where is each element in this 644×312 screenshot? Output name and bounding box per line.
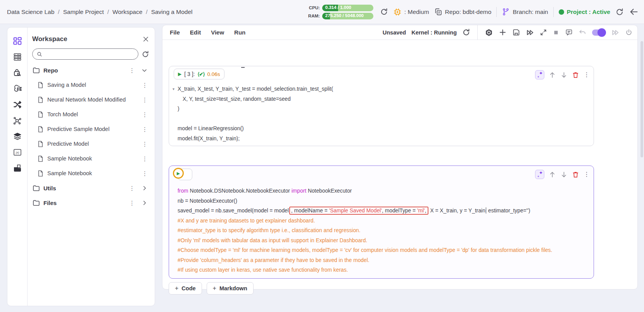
tree-file-predictive-sample-model[interactable]: Predictive Sample Model⋮ xyxy=(32,122,149,136)
delete-cell-icon[interactable] xyxy=(572,71,579,79)
power-icon[interactable] xyxy=(625,29,633,36)
ai-sparkle-icon[interactable]: ✦✦ xyxy=(535,170,544,179)
code-token: #If using custom layer in keras, use nat… xyxy=(178,267,348,273)
back-arrow-icon[interactable] xyxy=(629,7,639,17)
code-token: #estimator_type is to specify algorithm … xyxy=(178,228,361,233)
kebab-menu-icon[interactable]: ⋮ xyxy=(142,171,148,176)
move-cell-up-icon[interactable] xyxy=(549,71,556,79)
ml-brain-icon[interactable] xyxy=(12,84,23,94)
ai-sparkle-icon[interactable]: ✦✦ xyxy=(535,70,544,79)
refresh-tree-icon[interactable] xyxy=(142,50,149,58)
kebab-menu-icon[interactable]: ⋮ xyxy=(129,185,135,191)
kebab-menu-icon[interactable]: ⋮ xyxy=(142,97,148,103)
functions-icon[interactable]: (x) xyxy=(12,147,23,157)
cell1-code-editor[interactable]: ▾X_train, X_test, Y_train, Y_test = mode… xyxy=(169,80,594,143)
add-markdown-button[interactable]: + Markdown xyxy=(207,282,254,295)
menu-view[interactable]: View xyxy=(211,29,224,36)
save-icon[interactable] xyxy=(512,28,520,36)
datasets-icon[interactable] xyxy=(12,52,23,62)
tree-file-torch-model[interactable]: Torch Model⋮ xyxy=(32,107,149,122)
cell1-run-button[interactable]: ▶ [ 3 ]: ⟨✔⟩ 0.06s xyxy=(174,69,224,79)
comments-icon[interactable] xyxy=(565,28,573,36)
cell-kebab-menu-icon[interactable]: ⋮ xyxy=(584,72,590,78)
kebab-menu-icon[interactable]: ⋮ xyxy=(142,141,148,147)
close-icon[interactable] xyxy=(142,36,149,43)
shuffle-icon[interactable] xyxy=(12,100,23,110)
code-cell-2[interactable]: ▶ ✦✦ ⋮ from Notebook.DSNotebook.Notebook… xyxy=(169,165,594,279)
stop-icon[interactable] xyxy=(552,29,559,36)
cell2-code-editor[interactable]: from Notebook.DSNotebook.NotebookExecuto… xyxy=(169,182,594,275)
code-line: model.fit(X_train, Y_train); xyxy=(178,134,588,144)
scrollbar-thumb[interactable] xyxy=(641,41,643,157)
save-state: Unsaved xyxy=(383,29,406,36)
refresh-resources-icon[interactable] xyxy=(380,8,388,16)
chevron-right-icon[interactable] xyxy=(141,200,148,206)
chevron-down-icon[interactable] xyxy=(141,67,148,74)
menu-file[interactable]: File xyxy=(170,29,180,36)
tree-item-label: Neural Network Model Modified xyxy=(47,97,126,103)
ram-meter-value: 275.250 / 5048.000 xyxy=(325,13,364,18)
security-lock-key-icon[interactable] xyxy=(12,68,23,78)
breadcrumb-item[interactable]: Saving a Model xyxy=(151,9,193,16)
workspace-grid-icon[interactable] xyxy=(12,36,23,46)
run-all-icon[interactable] xyxy=(526,28,534,37)
tree-file-saving-a-model[interactable]: Saving a Model⋮ xyxy=(32,78,149,92)
window-scrollbar[interactable] xyxy=(641,26,643,310)
workspace-search[interactable] xyxy=(32,48,138,60)
menu-run[interactable]: Run xyxy=(234,29,245,36)
instance-size-label: : Medium xyxy=(404,9,429,16)
tree-file-sample-notebook[interactable]: Sample Notebook⋮ xyxy=(32,166,149,181)
move-cell-up-icon[interactable] xyxy=(549,171,556,178)
file-icon xyxy=(37,126,44,133)
kebab-menu-icon[interactable]: ⋮ xyxy=(129,200,135,206)
breadcrumb-item[interactable]: Workspace xyxy=(112,9,142,16)
tree-folder-repo[interactable]: Repo⋮ xyxy=(32,63,149,78)
tree-file-predictive-model[interactable]: Predictive Model⋮ xyxy=(32,136,149,151)
cell2-run-button[interactable]: ▶ xyxy=(174,168,193,181)
menu-edit[interactable]: Edit xyxy=(190,29,201,36)
kebab-menu-icon[interactable]: ⋮ xyxy=(142,112,148,117)
breadcrumb-item[interactable]: Data Science Lab xyxy=(7,9,54,16)
success-check-icon: ⟨✔⟩ xyxy=(197,71,204,77)
svg-text:(x): (x) xyxy=(16,151,19,154)
kebab-menu-icon[interactable]: ⋮ xyxy=(142,82,148,88)
refresh-project-icon[interactable] xyxy=(615,8,624,16)
autosave-toggle[interactable] xyxy=(592,29,606,36)
add-cell-icon[interactable] xyxy=(499,28,507,36)
cell-kebab-menu-icon[interactable]: ⋮ xyxy=(584,171,590,178)
cpu-label: CPU: xyxy=(307,5,320,10)
tree-file-neural-network-model-modified[interactable]: Neural Network Model Modified⋮ xyxy=(32,92,149,107)
network-icon[interactable] xyxy=(12,115,23,126)
repo-info[interactable]: Repo: bdbt-demo xyxy=(434,8,492,16)
tree-item-label: Sample Notebook xyxy=(47,155,92,162)
refresh-kernel-icon[interactable] xyxy=(462,28,470,36)
folder-icon xyxy=(32,66,40,74)
settings-icon[interactable] xyxy=(485,28,493,37)
move-cell-down-icon[interactable] xyxy=(560,71,568,79)
storage-icon[interactable] xyxy=(12,163,23,173)
search-input[interactable] xyxy=(45,51,134,57)
branch-info[interactable]: Branch: main xyxy=(502,8,548,16)
fold-caret-icon[interactable]: ▾ xyxy=(173,84,174,94)
delete-cell-icon[interactable] xyxy=(572,171,579,178)
expand-icon[interactable] xyxy=(540,29,547,36)
kebab-menu-icon[interactable]: ⋮ xyxy=(142,156,148,162)
ram-label: RAM: xyxy=(307,14,320,18)
copy-icon xyxy=(434,8,442,16)
code-cell-1[interactable]: ▶ [ 3 ]: ⟨✔⟩ 0.06s ✦✦ ⋮ ▾X_train, X_test… xyxy=(169,66,594,146)
kebab-menu-icon[interactable]: ⋮ xyxy=(129,67,135,73)
chevron-right-icon[interactable] xyxy=(141,185,148,191)
run-ring-icon[interactable]: ▶ xyxy=(173,168,184,179)
instance-size[interactable]: : Medium xyxy=(393,8,429,16)
kernel-status: Kernel : Running xyxy=(411,29,457,36)
kebab-menu-icon[interactable]: ⋮ xyxy=(142,126,148,132)
move-cell-down-icon[interactable] xyxy=(560,171,568,178)
divider xyxy=(496,7,497,17)
tree-folder-utils[interactable]: Utils⋮ xyxy=(32,181,149,195)
add-code-button[interactable]: + Code xyxy=(169,282,202,295)
tree-folder-files[interactable]: Files⋮ xyxy=(32,195,149,210)
tree-file-sample-notebook[interactable]: Sample Notebook⋮ xyxy=(32,151,149,166)
cell2-actions: ✦✦ ⋮ xyxy=(535,168,590,179)
breadcrumb-item[interactable]: Sample Project xyxy=(63,9,104,16)
layers-icon[interactable] xyxy=(12,131,23,141)
